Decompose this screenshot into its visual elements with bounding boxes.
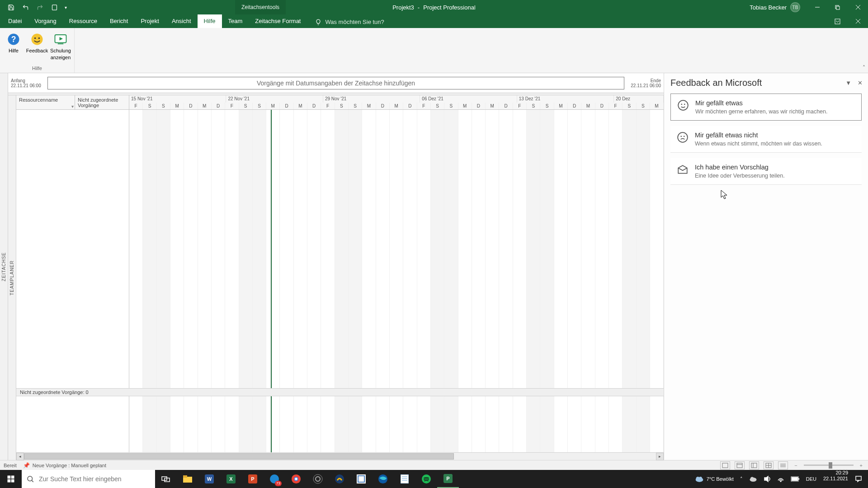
feedback-option-like[interactable]: Mir gefällt etwas Wir möchten gerne erfa… [670,94,862,121]
ribbon-group-hilfe: ? Hilfe Feedback Schulung anzeigen Hilfe [0,28,75,73]
language-indicator[interactable]: DEU [803,470,820,488]
pane-close-button[interactable]: ✕ [858,80,863,86]
timeline-placeholder-box[interactable]: Vorgänge mit Datumsangaben der Zeitachse… [47,77,624,89]
training-button[interactable]: Schulung anzeigen [50,30,71,60]
onedrive-icon[interactable] [746,470,760,488]
teamplanner-side-label[interactable]: TEAMPLANER [8,95,16,460]
qat-more-button[interactable]: ▾ [61,0,70,14]
timeline-end-cap: Ende 22.11.21 06:00 [627,78,661,88]
save-button[interactable] [4,0,18,14]
feedback-button[interactable]: Feedback [26,30,48,54]
obs-icon[interactable] [307,470,329,488]
day-header: F [513,103,527,110]
column-resource-name[interactable]: Ressourcenname ▾ [16,95,75,109]
tab-ansicht[interactable]: Ansicht [165,14,198,28]
edge-legacy-icon[interactable]: 73 [264,470,285,488]
document-name: Projekt3 [392,4,414,11]
maximize-button[interactable] [827,0,848,14]
edge-icon[interactable] [372,470,394,488]
feedback-option-title: Mir gefällt etwas [695,99,827,107]
timescale-header[interactable]: 15 Nov '2122 Nov '2129 Nov '2106 Dez '21… [129,95,664,109]
day-header: S [527,103,540,110]
tab-zeitachse-format[interactable]: Zeitachse Format [249,14,307,28]
tab-team[interactable]: Team [222,14,249,28]
tab-vorgang[interactable]: Vorgang [28,14,62,28]
zoom-in-button[interactable]: + [858,463,864,468]
zoom-thumb[interactable] [829,462,832,469]
explorer-icon[interactable] [177,470,198,488]
tab-datei[interactable]: Datei [2,14,28,28]
view-button-5[interactable] [778,461,788,469]
unassigned-bar[interactable]: Nicht zugeordnete Vorgänge: 0 [16,388,664,396]
app-close-button[interactable] [848,14,868,28]
view-button-4[interactable] [764,461,774,469]
close-button[interactable] [848,0,868,14]
tab-projekt[interactable]: Projekt [134,14,165,28]
main-area: ZEITACHSE Anfang 22.11.21 06:00 Vorgänge… [0,73,868,460]
view-button-1[interactable] [720,461,730,469]
feedback-option-dislike[interactable]: Mir gefällt etwas nicht Wenn etwas nicht… [670,126,862,153]
taskbar-clock[interactable]: 20:29 22.11.2021 [820,470,852,488]
show-desktop-button[interactable] [865,470,868,488]
scroll-thumb[interactable] [24,453,454,460]
day-header: M [390,103,403,110]
tray-expand-icon[interactable]: ˄ [737,470,746,488]
feedback-option-suggestion[interactable]: Ich habe einen Vorschlag Eine Idee oder … [670,158,862,185]
ribbon-display-options-button[interactable] [827,14,848,28]
spotify-icon[interactable] [415,470,437,488]
app-icon-2[interactable] [350,470,372,488]
network-icon[interactable] [774,470,788,488]
tab-hilfe[interactable]: Hilfe [198,14,222,28]
teamplanner-body[interactable] [16,110,664,388]
tab-ressource[interactable]: Ressource [63,14,104,28]
battery-icon[interactable] [788,470,803,488]
day-header: M [486,103,499,110]
taskbar-search[interactable] [22,470,155,488]
zoom-slider[interactable] [804,465,854,466]
svg-point-22 [684,136,684,136]
tab-bericht[interactable]: Bericht [104,14,134,28]
powerpoint-icon[interactable]: P [242,470,264,488]
svg-point-38 [28,476,33,481]
undo-button[interactable] [18,0,33,14]
timeline-strip[interactable]: Anfang 22.11.21 06:00 Vorgänge mit Datum… [8,73,664,93]
status-new-tasks[interactable]: Neue Vorgänge : Manuell geplant [33,463,106,468]
day-header: F [609,103,623,110]
account-area[interactable]: Tobias Becker TB [750,2,800,12]
avatar: TB [790,2,800,12]
horizontal-scrollbar[interactable]: ◂ ▸ [16,452,664,460]
tell-me-search[interactable]: Was möchten Sie tun? [315,16,384,28]
view-button-3[interactable] [749,461,759,469]
excel-icon[interactable]: X [220,470,242,488]
chevron-down-icon[interactable]: ▾ [71,104,74,109]
task-view-button[interactable] [155,470,177,488]
help-label: Hilfe [9,48,19,54]
word-icon[interactable]: W [198,470,220,488]
minimize-button[interactable] [807,0,827,14]
timeline-side-label[interactable]: ZEITACHSE [0,73,8,460]
app-icon-1[interactable] [329,470,350,488]
action-center-icon[interactable] [852,470,865,488]
pane-options-button[interactable]: ▼ [845,80,851,86]
qat-customize-button[interactable] [47,0,61,14]
chrome-icon[interactable] [285,470,307,488]
start-button[interactable] [0,470,22,488]
volume-icon[interactable] [760,470,774,488]
teamplanner-bottom[interactable] [16,396,664,452]
view-button-2[interactable] [735,461,745,469]
scroll-left-button[interactable]: ◂ [16,453,24,460]
svg-rect-36 [8,479,11,483]
collapse-ribbon-button[interactable]: ˄ [863,65,865,71]
column-unassigned-tasks[interactable]: Nicht zugeordneteVorgänge [75,95,129,109]
day-header: D [568,103,581,110]
weather-widget[interactable]: 7°C Bewölkt [692,470,737,488]
scroll-right-button[interactable]: ▸ [656,453,664,460]
pin-icon[interactable]: 📌 [23,462,30,469]
help-button[interactable]: ? Hilfe [3,30,24,54]
project-icon[interactable]: P [437,470,459,488]
redo-button[interactable] [33,0,47,14]
taskbar-search-input[interactable] [39,475,151,483]
svg-marker-72 [764,476,768,482]
zoom-out-button[interactable]: − [793,463,799,468]
notepad-icon[interactable] [394,470,415,488]
